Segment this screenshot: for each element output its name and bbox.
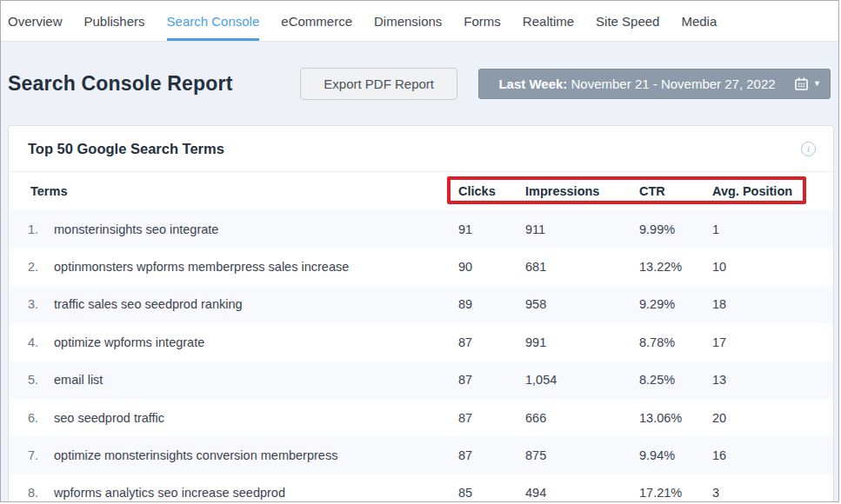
date-range-text: Last Week: November 21 - November 27, 20… <box>479 76 795 91</box>
row-rank: 2. <box>28 260 54 274</box>
tab-realtime[interactable]: Realtime <box>523 1 574 41</box>
table-row: 1.monsterinsights seo integrate919119.99… <box>9 210 833 248</box>
avg-position-value: 18 <box>712 297 816 311</box>
clicks-value: 90 <box>458 260 525 274</box>
ctr-value: 9.94% <box>639 448 712 462</box>
avg-position-value: 1 <box>712 222 816 236</box>
impressions-value: 958 <box>525 297 639 311</box>
card-title: Top 50 Google Search Terms <box>28 141 224 157</box>
row-rank: 5. <box>28 373 54 387</box>
search-term: optimize monsterinsights conversion memb… <box>54 448 458 462</box>
avg-position-value: 20 <box>712 411 816 425</box>
clicks-value: 87 <box>458 335 525 349</box>
column-header-terms: Terms <box>28 184 458 198</box>
ctr-value: 8.25% <box>639 373 712 387</box>
ctr-value: 13.06% <box>639 411 712 425</box>
table-row: 4.optimize wpforms integrate879918.78%17 <box>9 323 833 361</box>
page-header: Search Console Report Export PDF Report … <box>1 42 838 125</box>
row-rank: 7. <box>28 448 54 462</box>
page-title: Search Console Report <box>8 72 233 96</box>
search-terms-card: Top 50 Google Search Terms i Terms Click… <box>8 125 834 502</box>
avg-position-value: 10 <box>712 260 816 274</box>
clicks-value: 89 <box>458 297 525 311</box>
card-header: Top 50 Google Search Terms i <box>9 126 833 172</box>
tab-ecommerce[interactable]: eCommerce <box>281 1 352 41</box>
info-icon[interactable]: i <box>801 142 816 156</box>
impressions-value: 666 <box>525 411 639 425</box>
export-pdf-button[interactable]: Export PDF Report <box>300 68 457 100</box>
impressions-value: 911 <box>525 222 639 236</box>
table-row: 2.optinmonsters wpforms memberpress sale… <box>9 248 833 285</box>
search-term: wpforms analytics seo increase seedprod <box>54 486 458 500</box>
ctr-value: 9.29% <box>639 297 712 311</box>
column-header-ctr: CTR <box>639 184 712 198</box>
tab-search-console[interactable]: Search Console <box>167 1 260 41</box>
calendar-icon <box>795 77 808 90</box>
table-row: 8.wpforms analytics seo increase seedpro… <box>9 474 833 502</box>
avg-position-value: 13 <box>712 373 816 387</box>
table-header-row: Terms Clicks Impressions CTR Avg. Positi… <box>9 172 833 210</box>
row-rank: 4. <box>28 335 54 349</box>
ctr-value: 8.78% <box>639 335 712 349</box>
impressions-value: 991 <box>525 335 639 349</box>
search-term: optimize wpforms integrate <box>54 335 458 349</box>
search-term: seo seedprod traffic <box>54 411 458 425</box>
column-header-clicks: Clicks <box>458 184 525 198</box>
search-term: traffic sales seo seedprod ranking <box>54 297 458 311</box>
clicks-value: 87 <box>458 411 525 425</box>
table-row: 3.traffic sales seo seedprod ranking8995… <box>9 286 833 323</box>
column-header-impressions: Impressions <box>525 184 639 198</box>
report-tab-bar: OverviewPublishersSearch ConsoleeCommerc… <box>1 1 838 42</box>
date-range-picker[interactable]: Last Week: November 21 - November 27, 20… <box>478 69 831 99</box>
date-range-label: Last Week: <box>498 76 567 91</box>
avg-position-value: 17 <box>712 335 816 349</box>
row-rank: 6. <box>28 411 54 425</box>
row-rank: 8. <box>28 486 54 500</box>
date-range-value: November 21 - November 27, 2022 <box>571 76 776 91</box>
impressions-value: 875 <box>525 448 639 462</box>
search-term: optinmonsters wpforms memberpress sales … <box>54 260 458 274</box>
search-console-report-screen: OverviewPublishersSearch ConsoleeCommerc… <box>0 0 839 502</box>
table-row: 5.email list871,0548.25%13 <box>9 361 833 399</box>
clicks-value: 87 <box>458 373 525 387</box>
avg-position-value: 16 <box>712 448 816 462</box>
impressions-value: 1,054 <box>525 373 639 387</box>
clicks-value: 85 <box>458 486 525 500</box>
search-term: email list <box>54 373 458 387</box>
tab-site-speed[interactable]: Site Speed <box>596 1 659 41</box>
tab-forms[interactable]: Forms <box>464 1 501 41</box>
clicks-value: 91 <box>458 222 525 236</box>
impressions-value: 681 <box>525 260 639 274</box>
ctr-value: 17.21% <box>639 486 712 500</box>
column-header-avg-position: Avg. Position <box>712 184 816 198</box>
search-term: monsterinsights seo integrate <box>54 222 458 236</box>
clicks-value: 87 <box>458 448 525 462</box>
tab-dimensions[interactable]: Dimensions <box>374 1 442 41</box>
ctr-value: 13.22% <box>639 260 712 274</box>
impressions-value: 494 <box>525 486 639 500</box>
avg-position-value: 3 <box>712 486 816 500</box>
tab-publishers[interactable]: Publishers <box>84 1 145 41</box>
table-row: 7.optimize monsterinsights conversion me… <box>9 436 833 474</box>
row-rank: 3. <box>28 297 54 311</box>
tab-overview[interactable]: Overview <box>8 1 63 41</box>
chevron-down-icon: ▼ <box>813 79 821 88</box>
search-terms-table-body: 1.monsterinsights seo integrate919119.99… <box>9 210 833 502</box>
table-row: 6.seo seedprod traffic8766613.06%20 <box>9 399 833 436</box>
row-rank: 1. <box>28 222 54 236</box>
tab-media[interactable]: Media <box>681 1 717 41</box>
ctr-value: 9.99% <box>639 222 712 236</box>
